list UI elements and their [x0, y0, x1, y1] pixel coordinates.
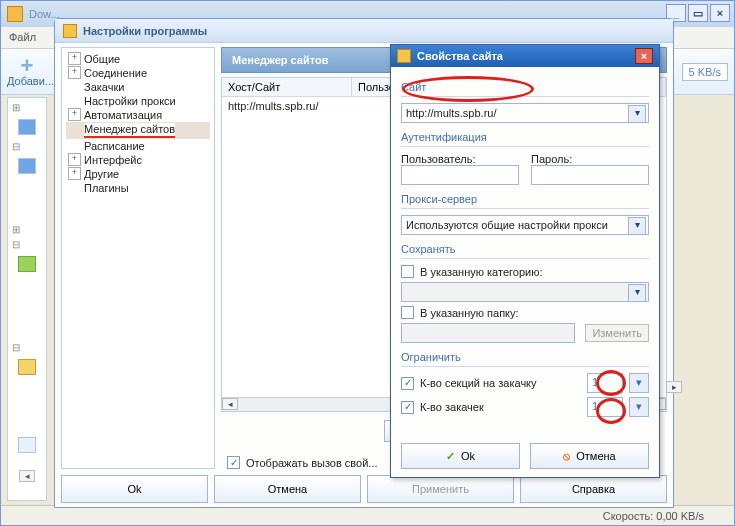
cancel-icon: ⦸ [563, 450, 570, 463]
settings-ok-button[interactable]: Ok [61, 475, 208, 503]
folder-row[interactable]: В указанную папку: [401, 306, 649, 319]
toolbar-add-label: Добави... [7, 75, 47, 87]
downloads-checkbox[interactable] [401, 401, 414, 414]
settings-help-button[interactable]: Справка [520, 475, 667, 503]
check-icon: ✓ [446, 450, 455, 463]
pass-label: Пароль: [531, 153, 649, 165]
change-folder-button: Изменить [585, 324, 649, 342]
pass-input[interactable] [531, 165, 649, 185]
toolbar-add[interactable]: + Добави... [7, 57, 47, 87]
section-save-label: Сохранять [401, 243, 649, 255]
rail-expand-1[interactable]: ⊞ [8, 102, 46, 113]
tree-schedule[interactable]: Расписание [66, 139, 210, 153]
downloads-input[interactable]: 1 [587, 397, 623, 417]
site-title: Свойства сайта [417, 50, 503, 62]
tree-interface[interactable]: Интерфейс [66, 153, 210, 167]
gear-icon [63, 24, 77, 38]
rail-scroll-left[interactable]: ◂ [8, 469, 46, 482]
site-properties-dialog: Свойства сайта × Сайт http://mults.spb.r… [390, 44, 660, 478]
rail-item-yellow[interactable] [18, 359, 36, 375]
rail-expand-2[interactable]: ⊟ [8, 141, 46, 152]
settings-apply-button[interactable]: Применить [367, 475, 514, 503]
settings-cancel-button[interactable]: Отмена [214, 475, 361, 503]
sections-input[interactable]: 1 [587, 373, 623, 393]
site-titlebar: Свойства сайта × [391, 45, 659, 67]
category-label: В указанную категорию: [420, 266, 542, 278]
rail-item-1[interactable] [18, 119, 36, 135]
show-label: Отображать вызов свой... [246, 457, 378, 469]
tree-downloads[interactable]: Закачки [66, 80, 210, 94]
settings-footer: Ok Отмена Применить Справка [61, 475, 667, 503]
settings-title: Настройки программы [83, 25, 207, 37]
sections-dropdown[interactable]: ▾ [629, 373, 649, 393]
main-scroll-right[interactable]: ▸ [666, 380, 682, 393]
site-close-button[interactable]: × [635, 48, 653, 64]
show-checkbox[interactable] [227, 456, 240, 469]
rail-item-2[interactable] [18, 158, 36, 174]
tree-other[interactable]: Другие [66, 167, 210, 181]
sections-checkbox[interactable] [401, 377, 414, 390]
col-host[interactable]: Хост/Сайт [222, 78, 352, 96]
downloads-dropdown[interactable]: ▾ [629, 397, 649, 417]
speed-display[interactable]: 5 KB/s [682, 63, 728, 81]
close-button[interactable]: × [710, 4, 730, 22]
section-limit-label: Ограничить [401, 351, 649, 363]
tree-plugins[interactable]: Плагины [66, 181, 210, 195]
status-speed: Скорость: 0,00 KB/s [603, 510, 704, 522]
section-proxy-label: Прокси-сервер [401, 193, 649, 205]
rail-expand-5[interactable]: ⊟ [8, 342, 46, 353]
proxy-value: Используются общие настройки прокси [406, 219, 608, 231]
rail-item-trash[interactable] [18, 437, 36, 453]
site-ok-button[interactable]: ✓ Ok [401, 443, 520, 469]
section-auth-label: Аутентификация [401, 131, 649, 143]
tree-site-manager[interactable]: Менеджер сайтов [66, 122, 210, 139]
folder-input [401, 323, 575, 343]
settings-tree[interactable]: Общие Соединение Закачки Настройки прокс… [61, 47, 215, 469]
sections-row: К-во секций на закачку 1 ▾ [401, 373, 649, 393]
settings-titlebar: Настройки программы [55, 19, 673, 43]
user-input[interactable] [401, 165, 519, 185]
sections-label: К-во секций на закачку [420, 377, 581, 389]
downloads-label: К-во закачек [420, 401, 581, 413]
category-rail: ⊞ ⊟ ⊞ ⊟ ⊟ ◂ [7, 97, 47, 501]
rail-expand-4[interactable]: ⊟ [8, 239, 46, 250]
plus-icon: + [7, 57, 47, 75]
menu-file[interactable]: Файл [9, 31, 36, 43]
rail-expand-3[interactable]: ⊞ [8, 224, 46, 235]
statusbar: Скорость: 0,00 KB/s [1, 505, 734, 525]
site-url-combo[interactable]: http://mults.spb.ru/ [401, 103, 649, 123]
proxy-combo[interactable]: Используются общие настройки прокси [401, 215, 649, 235]
tree-connection[interactable]: Соединение [66, 66, 210, 80]
user-label: Пользователь: [401, 153, 519, 165]
category-combo[interactable] [401, 282, 649, 302]
folder-checkbox[interactable] [401, 306, 414, 319]
tree-proxy[interactable]: Настройки прокси [66, 94, 210, 108]
tree-general[interactable]: Общие [66, 52, 210, 66]
site-cancel-label: Отмена [576, 450, 615, 462]
tree-automation[interactable]: Автоматизация [66, 108, 210, 122]
category-checkbox[interactable] [401, 265, 414, 278]
site-cancel-button[interactable]: ⦸ Отмена [530, 443, 649, 469]
folder-label: В указанную папку: [420, 307, 519, 319]
downloads-row: К-во закачек 1 ▾ [401, 397, 649, 417]
site-ok-label: Ok [461, 450, 475, 462]
site-url-value: http://mults.spb.ru/ [406, 107, 496, 119]
category-row[interactable]: В указанную категорию: [401, 265, 649, 278]
section-site-label: Сайт [401, 81, 649, 93]
gear-icon [397, 49, 411, 63]
maximize-button[interactable]: ▭ [688, 4, 708, 22]
app-icon [7, 6, 23, 22]
rail-item-green[interactable] [18, 256, 36, 272]
